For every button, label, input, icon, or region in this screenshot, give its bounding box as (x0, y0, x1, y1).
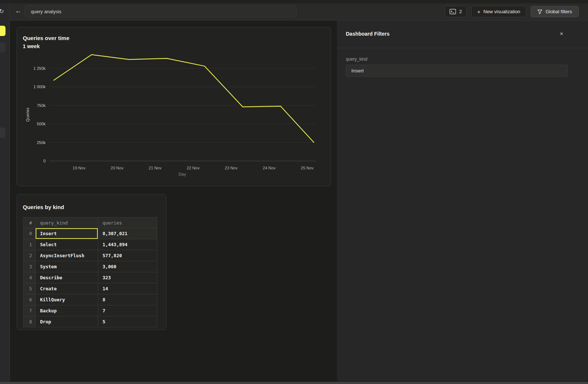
row-index-cell: 6 (24, 294, 36, 305)
chart-line (54, 55, 314, 143)
dashboard-title-input[interactable] (25, 6, 297, 17)
filters-panel-title: Dashboard Filters (346, 31, 390, 37)
queries-value-cell[interactable]: 5 (98, 316, 157, 327)
left-rail: ↻ (0, 3, 10, 384)
row-index-cell: 4 (24, 272, 36, 283)
y-tick-label: 250k (37, 140, 46, 145)
queries-value-cell[interactable]: 3,060 (98, 261, 157, 272)
row-index-cell: 3 (24, 261, 36, 272)
query-kind-cell[interactable]: Insert (36, 228, 98, 239)
console-count: 2 (459, 9, 462, 14)
queries-value-cell[interactable]: 8,307,021 (98, 228, 157, 239)
dashboard-filters-panel: Dashboard Filters ✕ query_kind (337, 21, 588, 381)
table-row: 4Describe323 (24, 272, 157, 283)
plus-icon: + (477, 8, 480, 15)
y-tick-label: 0 (43, 159, 46, 163)
query-kind-column-header: query_kind (36, 218, 98, 228)
row-index-cell: 5 (24, 283, 36, 294)
row-index-cell: 8 (24, 316, 36, 327)
query-kind-cell[interactable]: Select (36, 239, 98, 250)
query-kind-cell[interactable]: Drop (36, 316, 98, 327)
y-tick-label: 1 250k (33, 66, 46, 71)
filter-field-label: query_kind (346, 57, 368, 62)
queries-value-cell[interactable]: 8 (98, 294, 157, 305)
query-kind-cell[interactable]: Create (36, 283, 98, 294)
rail-item[interactable] (0, 128, 6, 138)
query-kind-cell[interactable]: System (36, 261, 98, 272)
query-kind-filter-input[interactable] (346, 65, 568, 77)
y-axis-title: Queries (25, 107, 30, 122)
x-tick-label: 24 Nov (263, 166, 276, 170)
table-row: 8Drop5 (24, 316, 157, 327)
table-row: 3System3,060 (24, 261, 157, 272)
refresh-icon[interactable]: ↻ (0, 8, 5, 15)
global-filters-label: Global filters (545, 9, 572, 14)
back-button[interactable]: ← (13, 6, 24, 16)
rail-item[interactable] (0, 42, 6, 53)
table-row: 2AsyncInsertFlush577,820 (24, 250, 157, 261)
queries-value-cell[interactable]: 7 (98, 305, 157, 316)
console-button[interactable]: 2 (445, 6, 467, 17)
new-visualization-label: New visualization (483, 9, 520, 14)
query-kind-cell[interactable]: KillQuery (36, 294, 98, 305)
x-axis-title: Day (179, 172, 186, 176)
table-row: 1Select1,443,894 (24, 239, 157, 250)
row-index-cell: 2 (24, 250, 36, 261)
index-column-header: # (24, 218, 36, 228)
table-row: 6KillQuery8 (24, 294, 157, 305)
query-kind-cell[interactable]: AsyncInsertFlush (36, 250, 98, 261)
global-filters-button[interactable]: Global filters (531, 6, 579, 17)
x-tick-label: 20 Nov (111, 166, 123, 170)
rail-item-selected[interactable] (0, 26, 6, 36)
x-tick-label: 19 Nov (73, 166, 86, 170)
table-header-row: # query_kind queries (24, 218, 157, 228)
queries-over-time-chart: 1 250k1 000k750k500k250k019 Nov20 Nov21 … (17, 27, 331, 187)
new-visualization-button[interactable]: + New visualization (471, 6, 526, 17)
row-index-cell: 7 (24, 305, 36, 316)
window-bottom-strip (0, 382, 588, 384)
query-kind-cell[interactable]: Backup (36, 305, 98, 316)
table-row: 7Backup7 (24, 305, 157, 316)
table-row: 0Insert8,307,021 (24, 228, 157, 239)
y-tick-label: 750k (37, 103, 46, 108)
table-title: Queries by kind (23, 204, 64, 210)
row-index-cell: 0 (24, 228, 36, 239)
queries-over-time-card[interactable]: Queries over time 1 week 1 250k1 000k750… (17, 27, 331, 186)
table-row: 5Create14 (24, 283, 157, 294)
queries-by-kind-card[interactable]: Queries by kind # query_kind queries 0In… (17, 194, 166, 330)
back-arrow-icon: ← (15, 7, 22, 15)
funnel-icon (537, 9, 542, 14)
queries-value-cell[interactable]: 1,443,894 (98, 239, 157, 250)
x-tick-label: 25 Nov (301, 166, 314, 170)
x-tick-label: 21 Nov (149, 166, 162, 170)
queries-column-header: queries (98, 218, 157, 228)
queries-by-kind-table: # query_kind queries 0Insert8,307,0211Se… (23, 217, 157, 327)
terminal-icon (449, 9, 456, 14)
y-tick-label: 500k (37, 122, 46, 126)
query-kind-cell[interactable]: Describe (36, 272, 98, 283)
queries-value-cell[interactable]: 577,820 (98, 250, 157, 261)
queries-value-cell[interactable]: 14 (98, 283, 157, 294)
queries-value-cell[interactable]: 323 (98, 272, 157, 283)
y-tick-label: 1 000k (33, 85, 46, 89)
topbar: ← 2 + New visualization Global filters (0, 3, 588, 21)
close-icon[interactable]: ✕ (558, 30, 565, 37)
x-tick-label: 23 Nov (225, 166, 238, 170)
window-top-strip (0, 0, 588, 3)
row-index-cell: 1 (24, 239, 36, 250)
panel-divider (337, 48, 588, 48)
x-tick-label: 22 Nov (187, 166, 200, 170)
